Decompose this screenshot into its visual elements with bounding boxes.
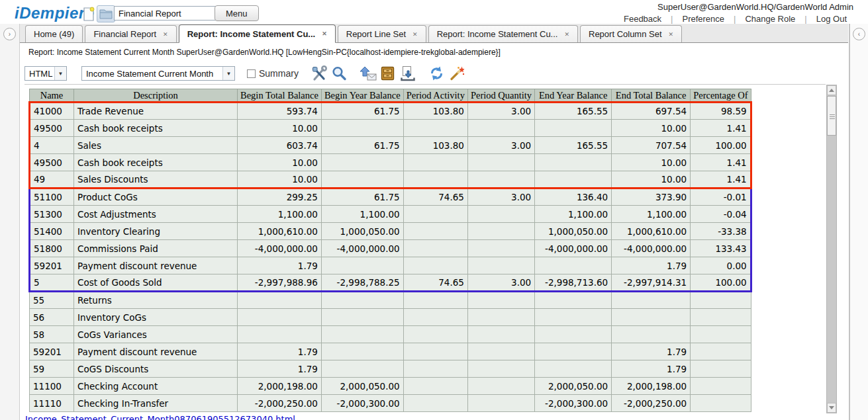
scroll-up-icon[interactable]	[827, 85, 836, 95]
menu-button[interactable]: Menu	[215, 5, 259, 21]
tab-close-icon[interactable]: ✕	[163, 31, 168, 38]
table-row[interactable]: 59201Payment discount revenue1.791.790.0…	[30, 257, 751, 274]
zoom-icon[interactable]	[329, 64, 349, 83]
folder-icon[interactable]	[97, 5, 115, 22]
table-cell	[238, 309, 322, 326]
report-select[interactable]: Income Statement Current Month ▼	[81, 66, 235, 81]
table-cell: 165.55	[535, 103, 612, 120]
table-cell: 49500	[30, 120, 74, 137]
table-row[interactable]: 49500Cash book receipts10.0010.001.41	[30, 120, 751, 137]
summary-checkbox[interactable]	[247, 69, 256, 78]
table-cell: -4,000,000.00	[612, 240, 691, 257]
table-cell	[403, 223, 467, 240]
column-header: Begin Year Balance	[321, 89, 403, 103]
archive-icon[interactable]	[378, 64, 398, 83]
table-cell: -33.38	[691, 223, 751, 240]
table-cell: 58	[30, 326, 74, 343]
tab-item[interactable]: Home (49)	[25, 25, 83, 42]
scroll-down-icon[interactable]	[827, 403, 836, 413]
table-row[interactable]: 4Sales603.7461.75103.803.00165.55707.541…	[30, 137, 751, 154]
table-cell: -2,997,988.96	[238, 274, 322, 292]
table-row[interactable]: 41000Trade Revenue593.7461.75103.803.001…	[30, 103, 751, 120]
format-select[interactable]: HTML ▼	[24, 66, 67, 81]
table-row[interactable]: 58CoGs Variances	[30, 326, 751, 343]
table-cell: 11100	[30, 378, 74, 395]
expand-west-panel-icon[interactable]: ›	[3, 28, 16, 40]
table-row[interactable]: 51300Cost Adjustments1,100.001,100.001,1…	[30, 206, 751, 223]
table-cell	[467, 292, 534, 309]
tab-item[interactable]: Financial Report✕	[85, 25, 176, 42]
table-cell	[403, 378, 467, 395]
table-cell	[535, 326, 612, 343]
user-link-preference[interactable]: Preference	[673, 14, 734, 24]
table-cell	[321, 360, 403, 378]
tab-close-icon[interactable]: ✕	[564, 31, 569, 38]
chevron-down-icon[interactable]: ▼	[222, 67, 234, 80]
table-cell: 51400	[30, 223, 74, 240]
table-cell	[535, 343, 612, 360]
scrollbar-thumb[interactable]	[827, 96, 836, 136]
send-mail-icon[interactable]	[358, 64, 378, 83]
export-icon[interactable]	[398, 64, 418, 83]
collapse-east-panel-icon[interactable]: ‹	[853, 28, 865, 40]
tab-close-icon[interactable]: ✕	[669, 31, 674, 38]
table-cell	[691, 360, 751, 378]
table-cell: 74.65	[403, 274, 467, 292]
table-cell: 10.00	[612, 154, 691, 171]
report-file-link[interactable]: Income_Statement_Current_Month0870619055…	[25, 414, 295, 420]
tab-close-icon[interactable]: ✕	[322, 30, 327, 37]
table-row[interactable]: 51100Product CoGs299.2561.7574.653.00136…	[30, 189, 751, 206]
table-cell: 2,000,198.00	[612, 378, 691, 395]
table-cell: Checking In-Transfer	[74, 395, 238, 412]
table-cell: Commissions Paid	[74, 240, 238, 257]
user-link-feedback[interactable]: Feedback	[614, 14, 671, 24]
table-row[interactable]: 11100Checking Account2,000,198.002,000,0…	[30, 378, 751, 395]
table-cell: 136.40	[535, 189, 612, 206]
table-cell: 59201	[30, 257, 74, 274]
table-cell: 59	[30, 360, 74, 378]
table-cell	[238, 292, 322, 309]
tab-item[interactable]: Report Line Set✕	[338, 25, 426, 42]
table-cell: 10.00	[238, 171, 322, 189]
vertical-scrollbar[interactable]	[826, 85, 837, 413]
table-cell: 3.00	[467, 137, 534, 154]
table-row[interactable]: 11110Checking In-Transfer-2,000,250.00-2…	[30, 395, 751, 412]
table-cell: 11110	[30, 395, 74, 412]
table-row[interactable]: 51800Commissions Paid-4,000,000.00-4,000…	[30, 240, 751, 257]
table-cell: Payment discount revenue	[74, 257, 238, 274]
table-row[interactable]: 59201Payment discount revenue1.791.79	[30, 343, 751, 360]
table-cell: 49500	[30, 154, 74, 171]
wand-icon[interactable]	[447, 64, 467, 83]
table-row[interactable]: 55Returns	[30, 292, 751, 309]
tab-close-icon[interactable]: ✕	[412, 31, 418, 38]
user-link-change-role[interactable]: Change Role	[736, 14, 804, 24]
table-cell: 10.00	[612, 171, 691, 189]
tab-item[interactable]: Report Column Set✕	[580, 25, 682, 42]
table-cell: 373.90	[612, 189, 691, 206]
table-row[interactable]: 5Cost of Goods Sold-2,997,988.96-2,998,7…	[30, 274, 751, 292]
report-info-line: Report: Income Statement Current Month S…	[28, 48, 810, 57]
table-cell	[321, 154, 403, 171]
chevron-down-icon[interactable]: ▼	[54, 67, 66, 80]
tab-item[interactable]: Report: Income Statement Cu...✕	[179, 24, 336, 43]
table-row[interactable]: 51400Inventory Clearing1,000,610.001,000…	[30, 223, 751, 240]
table-row[interactable]: 49500Cash book receipts10.0010.001.41	[30, 154, 751, 171]
table-cell	[403, 257, 467, 274]
workspace-select[interactable]: Financial Report ▼	[114, 6, 228, 21]
table-cell	[467, 154, 534, 171]
new-record-icon[interactable]	[79, 5, 98, 22]
table-row[interactable]: 59CoGS Discounts1.791.79	[30, 360, 751, 378]
table-cell: Product CoGs	[74, 189, 238, 206]
tab-item[interactable]: Report: Income Statement Cu...✕	[428, 25, 578, 42]
table-cell	[403, 240, 467, 257]
tab-label: Report: Income Statement Cu...	[187, 29, 316, 39]
user-link-log-out[interactable]: Log Out	[807, 14, 856, 24]
table-cell: 51300	[30, 206, 74, 223]
table-cell: Inventory CoGs	[74, 309, 238, 326]
tools-icon[interactable]	[309, 64, 329, 83]
table-row[interactable]: 49Sales Discounts10.0010.001.41	[30, 171, 751, 189]
refresh-icon[interactable]	[427, 64, 447, 83]
table-cell	[612, 309, 691, 326]
table-cell: 55	[30, 292, 74, 309]
table-row[interactable]: 56Inventory CoGs	[30, 309, 751, 326]
